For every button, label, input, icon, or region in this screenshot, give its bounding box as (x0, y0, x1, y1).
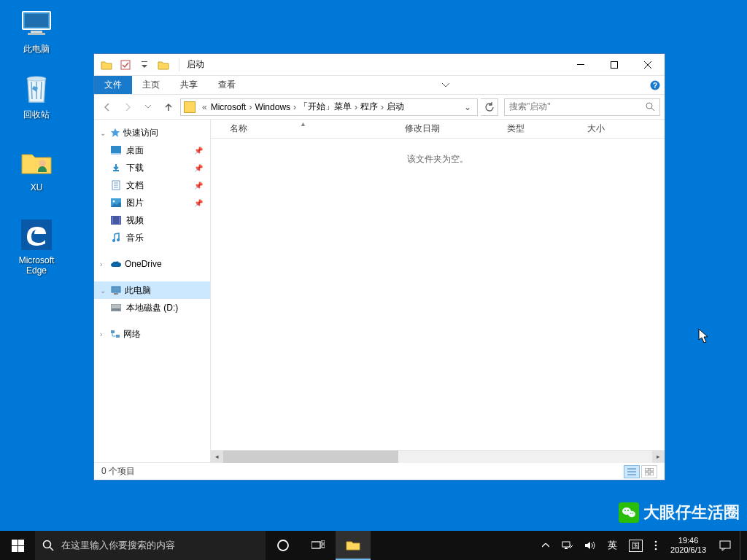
desktop-icon-label: 此电脑 (9, 44, 64, 54)
breadcrumb-item[interactable]: Windows (255, 102, 290, 112)
edge-icon (19, 217, 54, 252)
ribbon-tab-share[interactable]: 共享 (170, 76, 208, 94)
action-center-icon[interactable] (716, 531, 734, 560)
network-icon[interactable] (558, 531, 576, 560)
desktop-icon-this-pc[interactable]: 此电脑 (9, 6, 64, 54)
search-placeholder: 在这里输入你要搜索的内容 (61, 539, 175, 552)
breadcrumb-item[interactable]: 「开始」菜单 (299, 101, 352, 113)
horizontal-scrollbar[interactable]: ◂ ▸ (211, 450, 665, 462)
chevron-right-icon[interactable]: › (290, 102, 299, 112)
start-button[interactable] (0, 531, 35, 560)
folder-icon[interactable] (98, 57, 115, 73)
svg-point-53 (655, 548, 657, 551)
svg-point-8 (628, 511, 635, 517)
scroll-left-icon[interactable]: ◂ (211, 451, 223, 463)
star-icon (110, 128, 120, 138)
refresh-button[interactable] (481, 98, 498, 116)
desktop-icon-edge[interactable]: Microsoft Edge (9, 217, 64, 276)
svg-rect-47 (322, 540, 325, 543)
chevron-down-icon[interactable]: ⌄ (100, 287, 107, 295)
desktop-icon-label: 回收站 (9, 109, 64, 120)
scroll-right-icon[interactable]: ▸ (652, 451, 665, 463)
close-button[interactable] (631, 55, 665, 75)
volume-icon[interactable] (581, 531, 599, 560)
desktop-icon-user-folder[interactable]: XU (9, 144, 64, 192)
breadcrumb-item[interactable]: 启动 (387, 101, 404, 113)
folder-small-icon (155, 57, 171, 73)
scroll-track[interactable] (223, 451, 652, 463)
empty-folder-message: 该文件夹为空。 (211, 139, 665, 450)
nav-music[interactable]: 音乐 (94, 229, 210, 246)
task-view-button[interactable] (301, 531, 336, 560)
breadcrumb-item[interactable]: Microsoft (211, 102, 247, 112)
nav-drive-d[interactable]: 本地磁盘 (D:) (94, 299, 210, 316)
search-icon (42, 540, 54, 551)
chevron-down-icon[interactable]: ⌄ (100, 129, 107, 137)
chevron-right-icon[interactable]: › (352, 102, 360, 112)
nav-documents[interactable]: 文档📌 (94, 176, 210, 194)
svg-rect-35 (116, 335, 120, 338)
taskbar-explorer[interactable] (336, 531, 371, 560)
col-modified[interactable]: ▲ 修改日期 (395, 122, 497, 135)
nav-videos[interactable]: 视频 (94, 211, 210, 229)
desktop-icon-recycle-bin[interactable]: 回收站 (9, 71, 64, 120)
tray-overflow-icon[interactable] (539, 531, 552, 560)
ime-language[interactable]: 英 (605, 531, 620, 560)
up-button[interactable] (160, 98, 177, 116)
ime-mode[interactable]: 国 (626, 531, 646, 560)
svg-point-29 (117, 238, 120, 241)
back-button[interactable] (98, 98, 116, 116)
svg-point-10 (627, 510, 629, 511)
pin-icon: 📌 (194, 164, 203, 172)
maximize-button[interactable] (597, 55, 631, 75)
ribbon-tab-file[interactable]: 文件 (94, 76, 132, 94)
minimize-button[interactable] (564, 55, 597, 75)
show-desktop-button[interactable] (740, 531, 744, 560)
nav-desktop[interactable]: 桌面📌 (94, 141, 210, 159)
chevron-right-icon[interactable]: › (378, 102, 387, 112)
cortana-button[interactable] (266, 531, 301, 560)
window-title: 启动 (182, 58, 204, 71)
desktop-icon-label: XU (9, 182, 64, 192)
tray-clock[interactable]: 19:46 2020/6/13 (666, 536, 711, 555)
icons-view-button[interactable] (641, 465, 657, 478)
breadcrumb-item[interactable]: 程序 (360, 101, 378, 113)
search-input[interactable]: 搜索"启动" (504, 98, 660, 116)
forward-button[interactable] (119, 98, 136, 116)
ime-options-icon[interactable] (651, 531, 660, 560)
qat-dropdown-icon[interactable] (136, 57, 152, 73)
folder-icon (184, 101, 196, 113)
col-size[interactable]: 大小 (577, 122, 635, 135)
ribbon-tab-view[interactable]: 查看 (208, 76, 246, 94)
svg-rect-36 (645, 468, 649, 471)
chevron-right-icon[interactable]: › (246, 102, 255, 112)
ribbon-tab-home[interactable]: 主页 (132, 76, 170, 94)
recent-dropdown-icon[interactable] (139, 98, 157, 116)
svg-point-12 (632, 513, 634, 514)
column-headers: 名称 ▲ 修改日期 类型 大小 (211, 120, 665, 139)
details-view-button[interactable] (624, 465, 640, 478)
scroll-thumb[interactable] (223, 451, 398, 463)
chevron-right-icon[interactable]: › (100, 260, 107, 268)
taskbar-search[interactable]: 在这里输入你要搜索的内容 (35, 531, 266, 560)
svg-rect-42 (12, 546, 18, 552)
ribbon-expand-icon[interactable] (436, 76, 455, 94)
quick-access-toolbar (94, 57, 176, 73)
nav-onedrive[interactable]: ›OneDrive (94, 255, 210, 273)
nav-network[interactable]: ›网络 (94, 325, 210, 343)
properties-icon[interactable] (117, 57, 133, 73)
nav-this-pc[interactable]: ⌄此电脑 (94, 281, 210, 299)
titlebar[interactable]: 启动 (94, 54, 665, 76)
chevron-right-icon[interactable]: › (100, 330, 107, 338)
breadcrumb[interactable]: « Microsoft › Windows › 「开始」菜单 › 程序 › 启动… (180, 98, 478, 116)
chevron-down-icon[interactable]: ⌄ (461, 102, 474, 112)
nav-pictures[interactable]: 图片📌 (94, 194, 210, 211)
nav-quick-access[interactable]: ⌄ 快速访问 (94, 124, 210, 141)
nav-downloads[interactable]: 下载📌 (94, 159, 210, 176)
col-type[interactable]: 类型 (497, 122, 577, 135)
svg-rect-30 (112, 287, 120, 292)
sort-indicator-icon: ▲ (300, 120, 306, 128)
svg-rect-41 (18, 540, 24, 545)
nav-pane[interactable]: ⌄ 快速访问 桌面📌 下载📌 文档📌 图片📌 视频 音乐 ›OneDrive ⌄… (94, 120, 211, 462)
help-icon[interactable]: ? (646, 76, 665, 94)
